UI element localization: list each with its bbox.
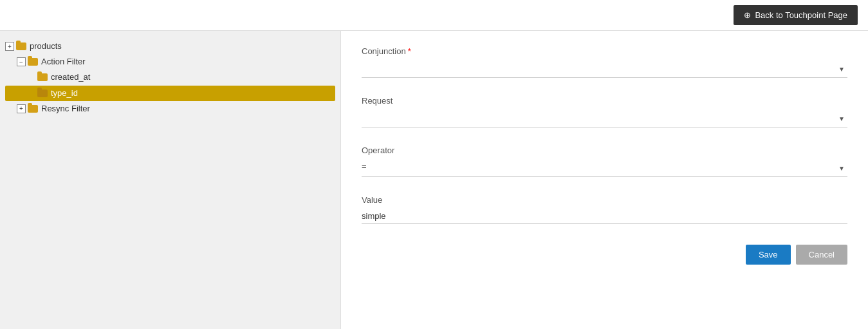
folder-icon-resync-filter [28,105,38,113]
tree-item-resync-filter[interactable]: + Resync Filter [5,101,335,117]
tree-label-created-at: created_at [51,71,90,83]
save-button[interactable]: Save [746,245,791,265]
request-group: Request ▼ [362,96,847,127]
tree-label-resync-filter: Resync Filter [41,103,90,115]
tree-item-action-filter[interactable]: − Action Filter [5,54,335,70]
right-panel: Conjunction* AND OR ▼ Request ▼ [341,31,868,329]
operator-select-wrapper: = != > < >= <= LIKE IN ▼ [362,159,847,177]
tree-label-products: products [30,41,62,52]
value-group: Value [362,195,847,224]
folder-icon-type-id [37,89,48,97]
tree-item-created-at[interactable]: created_at [5,70,335,85]
conjunction-select-wrapper: AND OR ▼ [362,60,847,78]
tree-toggle-products[interactable]: + [5,42,14,51]
conjunction-label: Conjunction* [362,46,847,56]
folder-icon-created-at [37,73,48,81]
back-to-touchpoint-button[interactable]: ⊕ Back to Touchpoint Page [734,5,858,25]
back-button-label: Back to Touchpoint Page [755,10,847,20]
operator-select[interactable]: = != > < >= <= LIKE IN [362,159,847,174]
request-select-wrapper: ▼ [362,109,847,127]
header-bar: ⊕ Back to Touchpoint Page [0,0,868,31]
conjunction-group: Conjunction* AND OR ▼ [362,46,847,78]
request-label: Request [362,96,847,106]
value-label: Value [362,195,847,205]
request-select[interactable] [362,109,847,124]
cancel-button[interactable]: Cancel [796,245,847,265]
folder-icon-action-filter [28,58,38,66]
circle-plus-icon: ⊕ [744,10,751,20]
tree-label-action-filter: Action Filter [41,56,86,68]
conjunction-required-star: * [408,46,411,56]
operator-label: Operator [362,146,847,155]
tree-toggle-resync-filter[interactable]: + [17,104,26,113]
tree-item-type-id[interactable]: type_id [5,86,335,101]
left-panel: + products − Action Filter created_at ty… [0,31,341,329]
folder-icon-products [16,42,26,50]
operator-group: Operator = != > < >= <= LIKE IN ▼ [362,146,847,177]
form-actions: Save Cancel [362,245,847,265]
value-input[interactable] [362,209,847,224]
tree-item-products[interactable]: + products [5,39,335,54]
conjunction-select[interactable]: AND OR [362,60,847,75]
main-content: + products − Action Filter created_at ty… [0,31,868,329]
tree-toggle-action-filter[interactable]: − [17,57,26,66]
tree-label-type-id: type_id [51,88,78,99]
